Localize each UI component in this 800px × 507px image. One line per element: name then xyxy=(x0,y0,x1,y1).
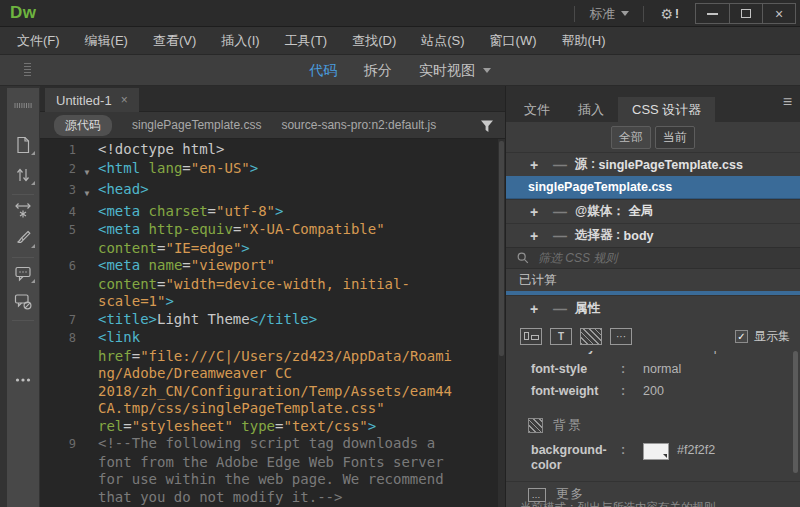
more-category-icon[interactable]: ··· xyxy=(610,328,632,345)
settings-button[interactable]: ⚙ ! xyxy=(654,7,685,21)
css-mode-button[interactable]: 当前 xyxy=(655,126,695,149)
menu-item[interactable]: 插入(I) xyxy=(217,30,263,52)
code-line[interactable]: 4<meta charset="utf-8"> xyxy=(40,203,505,222)
ellipsis-button[interactable] xyxy=(11,369,35,391)
menu-item[interactable]: 查找(D) xyxy=(348,30,400,52)
code-line[interactable]: 3▼<head> xyxy=(40,181,505,203)
document-tab[interactable]: Untitled-1 × xyxy=(45,88,139,112)
properties-section-header: + — 属性 xyxy=(506,295,800,321)
code-text: that you do not modify it.--> xyxy=(98,489,342,507)
property-row-font-family[interactable]: font-family:source sans pro xyxy=(506,351,800,362)
remove-selector-button[interactable]: — xyxy=(553,228,575,244)
css-rule-filter[interactable]: 筛选 CSS 规则 xyxy=(506,247,800,269)
code-text: 2018/zh_CN/Configuration/Temp/Assets/eam… xyxy=(98,383,452,401)
add-selector-button[interactable]: + xyxy=(530,228,553,244)
divider xyxy=(12,320,34,321)
filter-funnel-icon[interactable] xyxy=(478,117,496,135)
code-line[interactable]: 5<meta http-equiv="X-UA-Compatible" xyxy=(40,221,505,240)
maximize-button[interactable] xyxy=(729,4,762,23)
minimize-button[interactable] xyxy=(696,4,729,23)
code-line[interactable]: 9<!--The following script tag downloads … xyxy=(40,435,505,454)
code-line[interactable]: font from the Adobe Edge Web Fonts serve… xyxy=(40,454,505,472)
wrap-tag-button[interactable] xyxy=(11,199,35,221)
code-line[interactable]: ng/Adobe/Dreamweaver CC xyxy=(40,365,505,383)
code-line[interactable]: 8<link xyxy=(40,329,505,348)
view-tab[interactable]: 实时视图 xyxy=(419,62,491,80)
code-line[interactable]: that you do not modify it.--> xyxy=(40,489,505,507)
code-line[interactable]: 2018/zh_CN/Configuration/Temp/Assets/eam… xyxy=(40,383,505,401)
code-fold-icon[interactable]: ▼ xyxy=(76,181,98,203)
code-text: <link xyxy=(98,329,140,348)
code-line[interactable]: href="file:///C|/Users/zd423/AppData/Roa… xyxy=(40,348,505,366)
related-file-item[interactable]: 源代码 xyxy=(54,115,112,136)
code-line[interactable]: 6<meta name="viewport" xyxy=(40,257,505,276)
border-category-icon[interactable] xyxy=(580,328,602,345)
property-row-font-weight[interactable]: font-weight:200 xyxy=(506,384,800,406)
menu-item[interactable]: 站点(S) xyxy=(417,30,468,52)
line-number: 7 xyxy=(40,311,76,330)
computed-label: 已计算 xyxy=(519,272,557,289)
close-button[interactable]: × xyxy=(762,4,795,23)
property-row-background-color[interactable]: background-color : #f2f2f2 xyxy=(506,443,800,479)
show-set-toggle[interactable]: ✓ 显示集 xyxy=(735,328,790,345)
view-tab[interactable]: 拆分 xyxy=(364,62,392,80)
code-line[interactable]: 7<title>Light Theme</title> xyxy=(40,311,505,330)
remove-comment-button[interactable] xyxy=(11,290,35,312)
remove-property-button[interactable]: — xyxy=(553,301,575,317)
code-line[interactable]: CA.tmp/css/singlePageTemplate.css" xyxy=(40,400,505,418)
new-file-button[interactable] xyxy=(11,134,35,156)
menu-item[interactable]: 查看(V) xyxy=(149,30,200,52)
apply-comment-button[interactable] xyxy=(11,262,35,284)
view-tab-label: 拆分 xyxy=(364,62,392,80)
related-file-item[interactable]: singlePageTemplate.css xyxy=(132,118,261,132)
filter-placeholder: 筛选 CSS 规则 xyxy=(538,250,617,267)
new-file-icon xyxy=(13,135,33,155)
css-mode-button[interactable]: 全部 xyxy=(611,126,651,149)
code-line[interactable]: content="width=device-width, initial- xyxy=(40,276,505,294)
menu-item[interactable]: 工具(T) xyxy=(281,30,332,52)
code-line[interactable]: content="IE=edge"> xyxy=(40,240,505,258)
property-row-font-style[interactable]: font-style:normal xyxy=(506,362,800,384)
code-line[interactable]: rel="stylesheet" type="text/css"> xyxy=(40,418,505,436)
panel-menu-icon[interactable]: ≡ xyxy=(783,94,792,110)
menu-item[interactable]: 文件(F) xyxy=(13,30,64,52)
view-tab[interactable]: 代码 xyxy=(309,62,337,80)
code-editor[interactable]: 1<!doctype html>2▼<html lang="en-US">3▼<… xyxy=(40,139,505,507)
menu-item[interactable]: 帮助(H) xyxy=(558,30,610,52)
panel-tab-css-designer[interactable]: CSS 设计器 xyxy=(618,97,715,122)
scrollbar-thumb[interactable] xyxy=(499,141,504,356)
remove-source-button[interactable]: — xyxy=(553,157,575,173)
related-file-item[interactable]: source-sans-pro:n2:default.js xyxy=(281,118,436,132)
format-brush-button[interactable] xyxy=(11,227,35,249)
source-list-item-selected[interactable]: singlePageTemplate.css xyxy=(506,176,800,199)
divider xyxy=(574,6,575,22)
remove-media-button[interactable]: — xyxy=(553,204,575,220)
checkbox-checked-icon[interactable]: ✓ xyxy=(735,330,748,343)
flyout-corner-icon xyxy=(31,244,35,248)
flyout-corner-icon xyxy=(31,181,35,185)
code-line[interactable]: 2▼<html lang="en-US"> xyxy=(40,160,505,182)
code-line[interactable]: scale=1"> xyxy=(40,293,505,311)
maximize-icon xyxy=(741,9,751,18)
computed-selector-row[interactable]: 已计算 xyxy=(506,269,800,291)
code-scrollbar[interactable] xyxy=(498,139,505,507)
grip-button[interactable] xyxy=(11,94,35,116)
sort-arrows-button[interactable] xyxy=(11,164,35,186)
selector-value: body xyxy=(624,229,654,243)
panel-tab-文件[interactable]: 文件 xyxy=(510,97,564,122)
code-fold-gutter xyxy=(76,240,98,258)
panel-tab-插入[interactable]: 插入 xyxy=(564,97,618,122)
code-fold-icon[interactable]: ▼ xyxy=(76,160,98,182)
menu-item[interactable]: 编辑(E) xyxy=(81,30,132,52)
menu-item[interactable]: 窗口(W) xyxy=(486,30,541,52)
code-line[interactable]: 1<!doctype html> xyxy=(40,141,505,160)
tab-close-icon[interactable]: × xyxy=(121,93,128,107)
workspace-switcher[interactable]: 标准 xyxy=(585,5,633,23)
add-source-button[interactable]: + xyxy=(530,157,553,173)
color-swatch[interactable] xyxy=(643,443,669,460)
code-line[interactable]: for use within the web page. We recommen… xyxy=(40,471,505,489)
add-property-button[interactable]: + xyxy=(530,301,553,317)
add-media-button[interactable]: + xyxy=(530,204,553,220)
layout-category-icon[interactable] xyxy=(520,328,542,345)
text-category-icon[interactable]: T xyxy=(550,328,572,345)
